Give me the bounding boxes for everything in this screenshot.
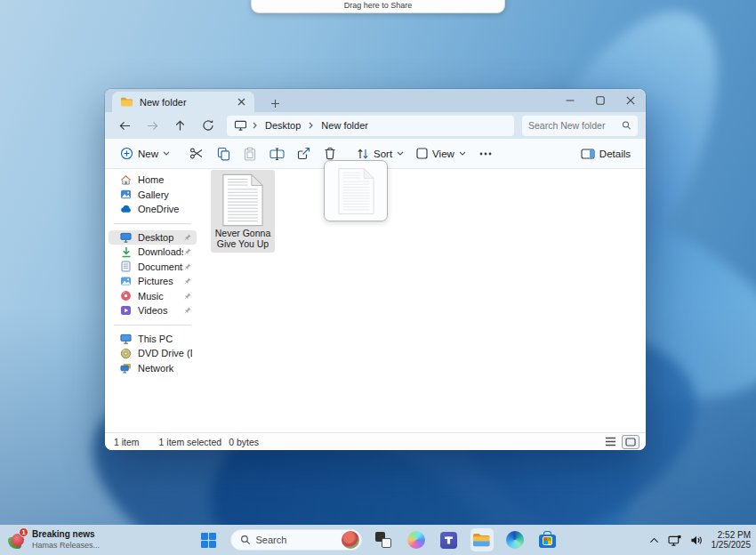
new-button[interactable]: New [114,142,176,165]
taskbar-clock[interactable]: 2:52 PM 1/25/2025 [712,530,752,550]
drag-to-share-overlay[interactable]: Drag here to Share [251,0,505,13]
sidebar-item-label: This PC [138,334,192,344]
search-field[interactable] [522,116,638,136]
sidebar-item-label: Videos [138,305,183,316]
tab-new-folder[interactable]: New folder [112,92,254,112]
cut-icon [189,147,204,160]
sidebar-item-music[interactable]: Music [109,289,197,304]
close-button[interactable] [615,89,646,112]
sidebar-item-downloads[interactable]: Downloads [109,245,197,260]
sidebar-item-documents[interactable]: Documents [109,260,197,275]
view-button-label: View [432,149,454,159]
sidebar-item-label: Home [138,174,192,185]
copy-icon [217,147,230,161]
breadcrumb[interactable]: Desktop New folder [227,116,514,136]
chevron-down-icon [397,151,404,156]
details-pane-icon [581,149,595,159]
taskbar-search-box[interactable]: Search [230,529,362,551]
details-button[interactable]: Details [575,142,637,165]
pictures-icon [120,276,132,287]
minimize-icon [566,96,575,105]
rename-button[interactable] [263,142,290,165]
breadcrumb-item-desktop[interactable]: Desktop [262,119,303,132]
status-item-count: 1 item [114,437,140,447]
volume-tray-button[interactable] [690,535,704,546]
copilot-button[interactable] [405,528,428,551]
sidebar-item-videos[interactable]: Videos [109,303,197,318]
file-explorer-icon [472,532,491,548]
show-hidden-icons-button[interactable] [648,536,660,544]
sidebar-item-desktop[interactable]: Desktop [109,230,197,245]
file-explorer-button[interactable] [470,528,494,551]
teams-icon [440,532,457,549]
chevron-down-icon [163,151,170,156]
share-button[interactable] [290,142,317,165]
see-more-button[interactable] [472,142,499,165]
sidebar-item-onedrive[interactable]: OneDrive [109,202,197,217]
windows-logo-icon [200,532,217,549]
desktop-location-icon [234,120,247,131]
network-icon [120,362,132,374]
sidebar-separator [114,223,191,224]
gallery-icon [120,189,132,200]
file-list-area[interactable]: Never Gonna Give You Up [200,169,646,432]
sidebar-item-label: OneDrive [138,204,192,214]
new-tab-button[interactable] [265,94,285,112]
sidebar-item-gallery[interactable]: Gallery [109,188,197,203]
chevron-right-icon [253,122,257,129]
chevron-right-icon [309,122,313,129]
ethernet-network-icon [668,535,682,546]
cut-button[interactable] [183,142,210,165]
arrow-up-icon [174,119,186,132]
view-button[interactable]: View [410,142,472,165]
chevron-down-icon [459,151,466,156]
copy-button[interactable] [210,142,237,165]
task-view-button[interactable] [372,528,395,551]
start-button[interactable] [197,528,221,551]
sidebar-item-home[interactable]: Home [109,173,197,188]
arrow-right-icon [146,120,159,132]
home-icon [120,174,132,186]
maximize-button[interactable] [585,89,615,112]
downloads-icon [120,246,132,258]
tab-bar: New folder [105,89,646,112]
edge-button[interactable] [503,528,527,551]
videos-icon [120,305,132,317]
status-size: 0 bytes [229,437,259,447]
plus-icon [270,99,280,109]
plus-circle-icon [120,147,133,160]
teams-button[interactable] [438,528,461,551]
sidebar-item-this-pc[interactable]: This PC [109,332,197,347]
search-icon [240,535,251,545]
large-thumbnails-view-button[interactable] [622,435,639,449]
documents-icon [120,261,132,272]
pin-icon [183,306,192,315]
sidebar-item-dvd-drive[interactable]: DVD Drive (D:) CCCC [109,346,197,361]
text-document-icon [336,166,376,216]
details-view-icon[interactable] [605,437,616,446]
search-highlight-image[interactable] [342,531,359,549]
paste-button[interactable] [237,142,263,165]
sidebar-item-pictures[interactable]: Pictures [109,274,197,289]
thumbnail-view-icon [625,438,636,446]
minimize-button[interactable] [555,89,585,112]
file-item-selected[interactable]: Never Gonna Give You Up [211,170,275,253]
sidebar-item-label: Documents [138,261,183,272]
forward-button[interactable] [141,115,165,136]
microsoft-store-button[interactable] [536,528,559,551]
pin-icon [183,233,192,242]
network-tray-button[interactable] [668,535,682,546]
refresh-button[interactable] [196,115,220,136]
dvd-drive-icon [120,348,132,359]
up-button[interactable] [168,115,192,136]
breadcrumb-item-new-folder[interactable]: New folder [318,119,371,132]
drag-to-share-label: Drag here to Share [344,1,413,12]
search-input[interactable] [528,120,622,131]
sidebar-item-network[interactable]: Network [109,361,197,376]
tab-close-icon[interactable] [234,95,248,109]
pin-icon [183,292,192,301]
back-button[interactable] [113,115,137,136]
search-icon [622,120,631,131]
sidebar-item-label: Music [138,291,183,302]
more-dots-icon [479,152,492,156]
